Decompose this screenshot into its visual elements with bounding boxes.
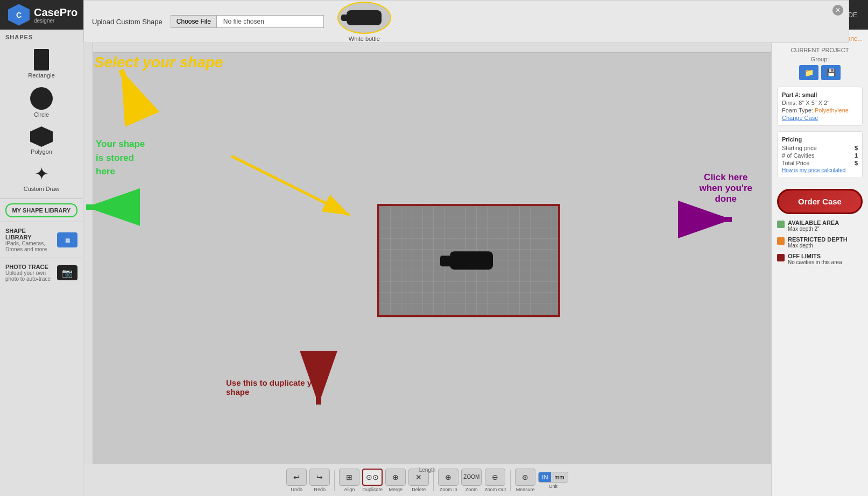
choose-file-button[interactable]: Choose File	[171, 15, 216, 28]
photo-trace-text: PHOTO TRACE Upload your own photo to aut…	[5, 264, 53, 282]
shape-item-polygon[interactable]: Polygon	[0, 122, 83, 159]
toolbar-sep-3	[510, 470, 511, 491]
photo-trace-title: PHOTO TRACE	[5, 264, 53, 270]
annotation-click-here: Click herewhen you'redone	[699, 172, 752, 204]
save-icon[interactable]: 💾	[821, 65, 841, 80]
zoom-out-group: ⊖ Zoom Out	[484, 469, 506, 492]
change-case-link[interactable]: Change Case	[782, 115, 858, 121]
zoom-in-group: ⊕ Zoom In	[438, 469, 458, 492]
total-price-label: Total Price	[782, 160, 809, 166]
shape-library-section[interactable]: SHAPE LIBRARY iPads, Cameras, Drones and…	[0, 224, 83, 256]
cavities-label: # of Cavities	[782, 152, 815, 159]
circle-label: Circle	[34, 111, 49, 118]
current-project-label: CURRENT PROJECT	[777, 47, 863, 53]
annotation-duplicate: Use this to duplicate yourshape	[226, 378, 324, 396]
annotation-stored: Your shapeis storedhere	[96, 137, 145, 179]
sidebar-divider-2	[0, 222, 83, 222]
sidebar-divider	[0, 199, 83, 199]
shape-item-circle[interactable]: Circle	[0, 83, 83, 122]
duplicate-group: ⊙⊙ Duplicate	[362, 469, 383, 492]
shape-oval-highlight	[337, 2, 391, 34]
legend: AVAILABLE AREA Max depth 2" RESTRICTED D…	[777, 219, 863, 265]
bottle-shape-canvas	[439, 246, 498, 275]
align-label: Align	[344, 487, 355, 492]
redo-button[interactable]: ↪	[309, 469, 330, 486]
legend-off-limits: OFF LIMITS No cavities in this area	[777, 253, 863, 265]
undo-button[interactable]: ↩	[286, 469, 307, 486]
shape-item-custom-draw[interactable]: ✦ Custom Draw	[0, 159, 83, 196]
redo-label: Redo	[314, 487, 326, 492]
ruler-left	[83, 43, 93, 464]
polygon-icon	[30, 126, 53, 147]
legend-restricted: RESTRICTED DEPTH Max depth	[777, 236, 863, 249]
sidebar-divider-3	[0, 258, 83, 258]
align-group: ⊞ Align	[339, 469, 359, 492]
shape-thumb-label: White bottle	[349, 36, 380, 42]
legend-off-limits-text: OFF LIMITS No cavities in this area	[788, 253, 842, 265]
pricing-calc-link[interactable]: How is my price calculated	[782, 167, 858, 173]
delete-label: Delete	[412, 487, 426, 492]
my-shape-library-button[interactable]: MY SHAPE LIBRARY	[5, 203, 77, 217]
unit-label: Unit	[549, 484, 558, 489]
annotation-select-shape: Select your shape	[94, 54, 223, 71]
file-input-area: Choose File No file chosen	[171, 15, 324, 28]
foam-type-label: Foam Type:	[782, 107, 813, 114]
merge-button[interactable]: ⊕	[385, 469, 406, 486]
bottle-body	[450, 251, 493, 270]
total-price-row: Total Price $	[782, 160, 858, 166]
measure-button[interactable]: ⊛	[515, 469, 535, 486]
group-label: Group:	[777, 56, 863, 62]
part-info-panel: Part #: small Dims: 8" X 5" X 2" Foam Ty…	[777, 87, 863, 126]
design-canvas-area[interactable]	[93, 53, 771, 464]
folder-icon[interactable]: 📁	[799, 65, 818, 80]
zoom-button[interactable]: ZOOM	[461, 469, 482, 486]
legend-restricted-text: RESTRICTED DEPTH Max depth	[788, 236, 848, 249]
close-upload-button[interactable]: ✕	[832, 5, 843, 16]
rectangle-label: Rectangle	[28, 72, 55, 79]
unit-mm[interactable]: mm	[551, 472, 567, 482]
unit-toggle[interactable]: IN mm	[538, 472, 568, 483]
zoom-out-button[interactable]: ⊖	[485, 469, 505, 486]
polygon-label: Polygon	[31, 148, 52, 155]
duplicate-button[interactable]: ⊙⊙	[362, 469, 383, 486]
length-label: Length	[419, 467, 436, 473]
pricing-title: Pricing	[782, 136, 858, 143]
zoom-label: Zoom	[465, 487, 478, 492]
bottle-shape-thumb	[347, 10, 382, 25]
shape-item-rectangle[interactable]: Rectangle	[0, 45, 83, 83]
zoom-in-label: Zoom In	[440, 487, 457, 492]
legend-available-text: AVAILABLE AREA Max depth 2"	[788, 219, 839, 232]
legend-off-limits-color	[777, 254, 785, 261]
starting-price-value: $	[855, 145, 858, 151]
zoom-out-label: Zoom Out	[484, 487, 506, 492]
undo-label: Undo	[291, 487, 303, 492]
shape-library-icon: ▦	[57, 232, 77, 247]
measure-group: ⊛ Measure	[515, 469, 535, 492]
unit-in[interactable]: IN	[539, 472, 551, 482]
toolbar-sep-1	[334, 470, 335, 491]
starting-price-label: Starting price	[782, 145, 817, 151]
legend-available-color	[777, 221, 785, 228]
cavities-row: # of Cavities 1	[782, 152, 858, 159]
app-name: CasePro	[34, 6, 77, 19]
logo-icon: C	[8, 4, 30, 26]
align-button[interactable]: ⊞	[339, 469, 359, 486]
design-canvas[interactable]	[377, 204, 560, 317]
measure-label: Measure	[516, 487, 535, 492]
zoom-in-button[interactable]: ⊕	[438, 469, 458, 486]
custom-draw-icon: ✦	[31, 164, 52, 184]
dims-row: Dims: 8" X 5" X 2"	[782, 100, 858, 106]
project-icons: 📁 💾	[777, 65, 863, 80]
photo-trace-section[interactable]: PHOTO TRACE Upload your own photo to aut…	[0, 260, 83, 285]
upload-shape-thumbnail: White bottle	[337, 2, 391, 42]
left-sidebar: SHAPES Rectangle Circle Polygon ✦ Custom…	[0, 30, 83, 496]
order-case-button[interactable]: Order Case	[777, 189, 863, 214]
foam-type-value: Polyethylene	[815, 107, 849, 114]
shape-library-sub: iPads, Cameras, Drones and more	[5, 240, 53, 252]
merge-group: ⊕ Merge	[385, 469, 406, 492]
total-price-value: $	[855, 160, 858, 166]
redo-group: ↪ Redo	[309, 469, 330, 492]
shape-library-title: SHAPE LIBRARY	[5, 228, 53, 240]
shapes-header: SHAPES	[0, 30, 83, 45]
legend-available: AVAILABLE AREA Max depth 2"	[777, 219, 863, 232]
